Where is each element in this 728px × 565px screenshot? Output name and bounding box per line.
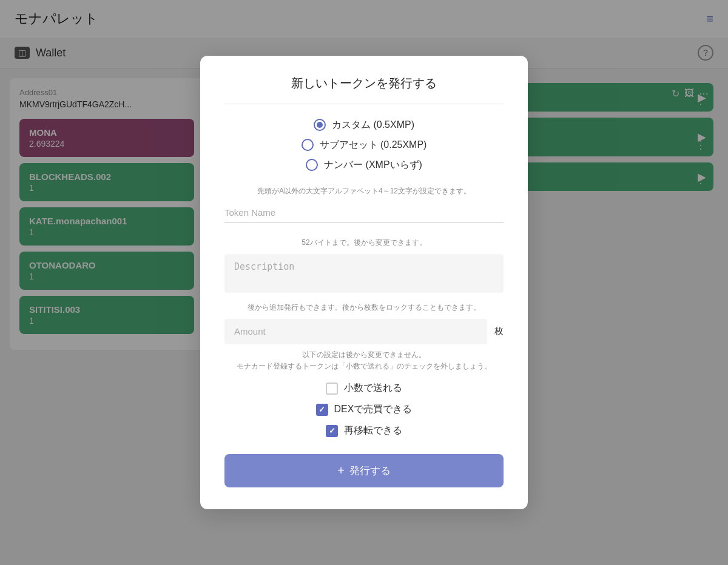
modal-overlay: 新しいトークンを発行する カスタム (0.5XMP) サブアセット (0.25X… (0, 0, 728, 565)
amount-hint: 後から追加発行もできます。後から枚数をロックすることもできます。 (224, 303, 504, 313)
radio-subasset-label: サブアセット (0.25XMP) (320, 139, 427, 152)
submit-plus-icon: + (337, 464, 345, 478)
modal-title: 新しいトークンを発行する (224, 75, 504, 92)
description-wrapper (224, 254, 504, 293)
description-hint: 52バイトまで。後から変更できます。 (224, 238, 504, 248)
token-name-hint: 先頭がA以外の大文字アルファベット4～12文字が設定できます。 (224, 186, 504, 196)
checkbox-decimal[interactable]: 小数で送れる (326, 382, 402, 395)
checkbox-retransfer[interactable]: ✓ 再移転できる (326, 424, 402, 437)
warning-line1: 以下の設定は後から変更できません。 (302, 350, 426, 359)
warning-line2: モナカード登録するトークンは「小数で送れる」のチェックを外しましょう。 (237, 362, 491, 370)
checkbox-dex-label: DEXで売買できる (334, 403, 413, 416)
submit-button[interactable]: + 発行する (224, 454, 504, 487)
amount-wrapper (224, 319, 487, 344)
checkmark-retransfer: ✓ (329, 426, 335, 435)
radio-custom[interactable]: カスタム (0.5XMP) (314, 119, 414, 132)
radio-outer-number (306, 159, 318, 171)
radio-outer-custom (314, 119, 326, 131)
checkmark-dex: ✓ (318, 405, 325, 414)
radio-inner-custom (317, 122, 323, 128)
description-input[interactable] (234, 261, 494, 283)
radio-number-label: ナンバー (XMPいらず) (324, 159, 422, 172)
warning-text: 以下の設定は後から変更できません。 モナカード登録するトークンは「小数で送れる」… (224, 349, 504, 372)
amount-row: 枚 (224, 319, 504, 344)
radio-subasset[interactable]: サブアセット (0.25XMP) (302, 139, 427, 152)
checkbox-box-retransfer: ✓ (326, 425, 338, 437)
token-name-input[interactable] (224, 202, 504, 223)
amount-input[interactable] (234, 326, 477, 336)
checkbox-group: 小数で送れる ✓ DEXで売買できる ✓ 再移転できる (224, 382, 504, 437)
checkbox-dex[interactable]: ✓ DEXで売買できる (316, 403, 413, 416)
radio-outer-subasset (302, 139, 314, 151)
radio-number[interactable]: ナンバー (XMPいらず) (306, 159, 422, 172)
checkbox-decimal-label: 小数で送れる (344, 382, 402, 395)
submit-label: 発行する (349, 464, 391, 478)
radio-custom-label: カスタム (0.5XMP) (332, 119, 414, 132)
modal-divider (224, 104, 504, 104)
checkbox-box-dex: ✓ (316, 404, 328, 416)
radio-group: カスタム (0.5XMP) サブアセット (0.25XMP) ナンバー (XMP… (224, 119, 504, 172)
amount-unit: 枚 (494, 326, 504, 337)
checkbox-retransfer-label: 再移転できる (344, 424, 402, 437)
issue-token-modal: 新しいトークンを発行する カスタム (0.5XMP) サブアセット (0.25X… (200, 56, 528, 509)
checkbox-box-decimal (326, 383, 338, 395)
